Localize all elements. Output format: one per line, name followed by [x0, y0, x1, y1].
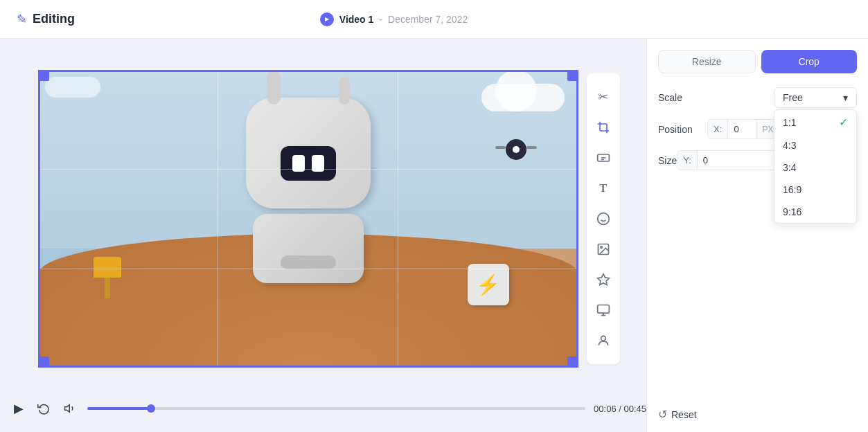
main-content: ⚡ ✂: [0, 39, 868, 432]
star-tool-btn[interactable]: [591, 267, 616, 292]
right-panel: Resize Crop Scale Free ▾ 1:1 ✓ 4:3: [646, 39, 868, 432]
scale-select-container: Free ▾ 1:1 ✓ 4:3 3:4 16:9: [774, 87, 857, 108]
video-frame: ⚡: [38, 70, 578, 368]
robot-character: [232, 98, 384, 305]
drone-body: [506, 139, 526, 160]
mailbox-top: [94, 257, 121, 278]
text-tool-btn[interactable]: T: [591, 176, 616, 201]
video-title: Video 1: [339, 14, 374, 25]
check-icon: ✓: [839, 116, 848, 129]
crop-tab[interactable]: Crop: [761, 50, 858, 73]
reset-icon: ↺: [658, 408, 667, 421]
video-container: ⚡ ✂: [11, 50, 646, 388]
emoji-tool-btn[interactable]: [591, 206, 616, 231]
position-x-label: X:: [708, 120, 728, 138]
scale-option-9-16[interactable]: 9:16: [774, 201, 856, 223]
robot-eye-area: [281, 146, 336, 181]
scissors-tool-btn[interactable]: ✂: [591, 84, 616, 109]
battery-pack-object: ⚡: [468, 264, 509, 305]
svg-marker-11: [65, 405, 70, 413]
reset-section[interactable]: ↺ Reset: [658, 397, 857, 421]
scale-value: Free: [783, 92, 803, 103]
robot-belly: [281, 255, 336, 269]
edit-icon: ✎: [17, 12, 27, 27]
header-left: ✎ Editing: [17, 12, 75, 27]
scale-option-3-4[interactable]: 3:4: [774, 156, 856, 179]
svg-point-1: [597, 213, 609, 225]
header: ✎ Editing ▶ Video 1 - December 7, 2022: [0, 0, 868, 39]
lightning-icon: ⚡: [476, 273, 500, 296]
video-background: ⚡: [38, 70, 578, 368]
progress-bar[interactable]: [87, 407, 585, 410]
reset-label: Reset: [671, 409, 697, 420]
scale-row: Scale Free ▾ 1:1 ✓ 4:3 3:4: [658, 87, 857, 108]
app-title: Editing: [33, 12, 75, 26]
drone-object: [495, 139, 537, 167]
robot-eye-right: [312, 155, 324, 172]
position-x-input[interactable]: [728, 120, 756, 138]
mailbox-object: [94, 257, 121, 298]
svg-rect-7: [597, 305, 609, 314]
position-x-group: X: PX: [707, 119, 779, 139]
size-y-label: Y:: [677, 151, 698, 170]
play-button[interactable]: ▶: [11, 398, 26, 419]
video-date: December 7, 2022: [388, 14, 468, 25]
video-separator: -: [379, 14, 382, 25]
screen-tool-btn[interactable]: [591, 298, 616, 323]
drone-arm-right: [526, 146, 537, 149]
face-tool-btn[interactable]: [591, 328, 616, 353]
cloud-1: [481, 84, 565, 111]
panel-tabs: Resize Crop: [658, 50, 857, 73]
scale-dropdown-btn[interactable]: Free ▾: [774, 87, 857, 108]
time-display: 00:06 / 00:45: [594, 404, 646, 414]
progress-fill: [87, 407, 152, 410]
video-controls: ▶ 00:06 / 00:45: [11, 388, 646, 421]
scale-option-4-3[interactable]: 4:3: [774, 134, 856, 156]
caption-tool-btn[interactable]: [591, 145, 616, 170]
progress-thumb: [147, 404, 155, 413]
scale-label: Scale: [658, 92, 682, 103]
robot-head: [246, 98, 371, 208]
size-label: Size: [658, 155, 677, 166]
svg-point-5: [600, 246, 602, 249]
drone-eye: [513, 146, 520, 153]
scale-option-1-1[interactable]: 1:1 ✓: [774, 110, 856, 134]
position-label: Position: [658, 124, 693, 135]
svg-point-10: [601, 336, 605, 341]
resize-tab[interactable]: Resize: [658, 50, 756, 73]
video-area: ⚡ ✂: [0, 39, 646, 432]
tools-toolbar: ✂ T: [587, 73, 620, 364]
drone-arm-left: [495, 146, 506, 149]
image-tool-btn[interactable]: [591, 237, 616, 262]
cloud-2: [45, 77, 100, 98]
robot-antenna-right: [339, 77, 350, 105]
video-info: ▶ Video 1 - December 7, 2022: [320, 12, 468, 26]
robot-antenna-left: [267, 70, 281, 105]
robot-body: [253, 214, 364, 283]
scale-dropdown-menu: 1:1 ✓ 4:3 3:4 16:9 9:16: [774, 109, 857, 224]
chevron-down-icon: ▾: [843, 92, 848, 103]
scale-option-16-9[interactable]: 16:9: [774, 179, 856, 201]
volume-button[interactable]: [61, 399, 79, 417]
mailbox-post: [105, 278, 110, 298]
crop-tool-btn[interactable]: [591, 115, 616, 140]
video-play-badge: ▶: [320, 12, 334, 26]
replay-button[interactable]: [35, 399, 53, 417]
svg-marker-6: [597, 274, 609, 285]
robot-eye-left: [292, 155, 305, 172]
